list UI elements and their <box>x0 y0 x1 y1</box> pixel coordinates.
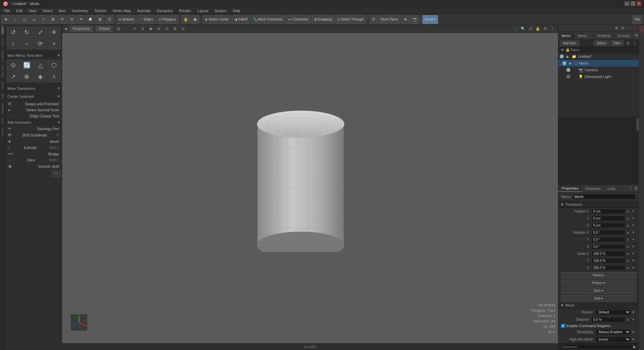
strip-tab-polygon[interactable]: Polygon <box>1 102 4 115</box>
menu-help[interactable]: Help <box>230 8 243 13</box>
item-row-light[interactable]: · 💡 Directional Light <box>558 73 639 80</box>
item-tool-3[interactable]: △ <box>34 60 47 71</box>
menu-system[interactable]: System <box>212 8 229 13</box>
tool-sphere[interactable]: ◉ <box>191 15 200 24</box>
menu-dynamics[interactable]: Dynamics <box>154 8 176 13</box>
item-row-camera[interactable]: · 📷 Camera <box>558 67 639 73</box>
props-command-input[interactable] <box>560 344 632 349</box>
pos-x-arrow-up[interactable]: ▲ <box>625 208 631 214</box>
action-center-button[interactable]: ⊕ Action Center <box>203 15 231 24</box>
rot-x-arrow-up[interactable]: ▲ <box>625 230 631 235</box>
rp-settings[interactable]: ⚙ <box>635 33 639 38</box>
items-scrollbar[interactable] <box>636 118 639 131</box>
strip-tab-fusion[interactable]: Fusion <box>1 126 4 139</box>
edge-crease-tool-item[interactable]: ⟋ Edge Crease Tool <box>5 113 62 119</box>
menu-animate[interactable]: Animate <box>134 8 153 13</box>
item-vis-light[interactable] <box>566 75 570 79</box>
tool-scale[interactable]: ⤢ <box>34 27 47 38</box>
vp-icon-x[interactable]: ✕ <box>131 26 138 32</box>
vp-icon-4[interactable]: ⊠ <box>172 26 178 32</box>
menu-view[interactable]: View <box>26 8 39 13</box>
more-transforms-header[interactable]: More Transforms ▾ <box>5 85 62 91</box>
vp-icon-3[interactable]: ⊡ <box>164 26 170 32</box>
item-vis-camera[interactable] <box>566 68 570 72</box>
rot-z-arrow-dn[interactable]: ▼ <box>631 244 636 249</box>
snapping-button[interactable]: ⊞ Snapping <box>312 15 334 24</box>
tab-items[interactable]: Items <box>558 33 574 39</box>
add-button[interactable]: Add ▾ <box>561 295 636 302</box>
position-z-input[interactable] <box>592 223 625 228</box>
smooth-shift-item[interactable]: ◑ Smooth Shift <box>5 163 62 169</box>
tab-groups[interactable]: Groups <box>614 33 633 39</box>
high-res-expand[interactable]: ▾ <box>631 337 636 342</box>
extrude-item[interactable]: ↑ Extrude Shift X <box>5 145 62 151</box>
accent-tab-1[interactable]: ⬛ <box>639 25 644 33</box>
rot-y-arrow-dn[interactable]: ▼ <box>631 237 636 242</box>
tool-cam[interactable]: 📷 <box>411 15 419 24</box>
item-vis-mesh[interactable] <box>562 61 566 65</box>
vp-nav-lock[interactable]: 🔒 <box>534 26 541 32</box>
menu-geometry[interactable]: Geometry <box>69 8 91 13</box>
menu-item[interactable]: Item <box>56 8 69 13</box>
tool-rotate-left[interactable]: ↺ <box>7 27 20 38</box>
zero-button[interactable]: Zero ▾ <box>561 287 636 294</box>
tool-text[interactable]: A <box>48 38 61 49</box>
props-expand-icon[interactable]: ⟩ <box>628 186 633 191</box>
item-tool-6[interactable]: ⊕ <box>20 71 34 82</box>
freeze-button[interactable]: Freeze ▾ <box>561 280 636 286</box>
menu-render[interactable]: Render <box>176 8 194 13</box>
strip-tab-vertex[interactable]: Vertex <box>1 80 4 91</box>
vp-nav-expand[interactable]: ⟩ <box>549 26 556 32</box>
strip-tab-deform[interactable]: Deform <box>1 36 4 48</box>
vp-icon-5[interactable]: ⊟ <box>180 26 186 32</box>
vertices-button[interactable]: ● Vertices <box>117 15 136 24</box>
item-tool-2[interactable]: 🔄 <box>20 60 34 71</box>
tool-move-h[interactable]: ↔ <box>20 38 34 49</box>
vp-icon-dots[interactable]: ⋮ <box>123 26 130 32</box>
enable-cmd-checkbox[interactable] <box>561 324 565 328</box>
select-through-button[interactable]: ⊙ Select Through <box>335 15 366 24</box>
props-settings-icon[interactable]: ⚙ <box>633 186 639 191</box>
rotation-y-input[interactable] <box>592 237 625 242</box>
props-tab-lists[interactable]: Lists <box>604 186 619 192</box>
rot-x-arrow-dn[interactable]: ▼ <box>631 230 636 235</box>
item-expand-untitled[interactable]: ▶ <box>565 54 570 59</box>
item-tool-8[interactable]: A <box>48 71 61 82</box>
reset-button[interactable]: Reset ▾ <box>561 272 636 278</box>
tool-icon-1[interactable]: ⊕ <box>1 15 10 24</box>
add-item-button[interactable]: Add Item <box>560 40 579 46</box>
tool-icon-8[interactable]: ⊙ <box>67 15 76 24</box>
vertex-normal-tools-item[interactable]: ● Vertex Normal Tools <box>5 107 62 113</box>
props-tab-channels[interactable]: Channels <box>582 186 604 192</box>
falloff-button[interactable]: ◑ Falloff <box>232 15 250 24</box>
tool-icon-9[interactable]: ✦ <box>77 15 85 24</box>
rp-icon-1[interactable]: ⊞ <box>614 26 619 31</box>
props-cmd-send[interactable]: ▶ <box>632 344 637 350</box>
scale-x-input[interactable] <box>592 251 625 256</box>
tool-icon-10[interactable]: ⬟ <box>86 15 95 24</box>
items-settings-icon[interactable]: ⚙ <box>625 41 631 46</box>
pos-z-arrow-dn[interactable]: ▼ <box>631 223 636 228</box>
tool-rotate-right[interactable]: ↻ <box>20 27 34 38</box>
strip-tab-mesh-edit[interactable]: Mesh Edit <box>1 64 4 80</box>
strip-tab-edge[interactable]: Edge <box>1 91 4 102</box>
smoothing-expand[interactable]: ▾ <box>631 329 636 335</box>
rot-z-arrow-up[interactable]: ▲ <box>625 244 631 249</box>
vp-icon-eye[interactable]: 👁 <box>156 26 162 32</box>
vp-nav-fit[interactable]: ⊡ <box>527 26 534 32</box>
sc-y-arrow-up[interactable]: ▲ <box>625 258 631 263</box>
scale-z-input[interactable] <box>592 265 625 270</box>
render-button[interactable]: Render <box>422 15 438 24</box>
topology-pen-item[interactable]: ✏ Topology Pen <box>5 125 62 132</box>
work-plane-button[interactable]: Work Plane <box>379 15 401 24</box>
vp-nav-home[interactable]: ⌂ <box>512 26 519 32</box>
strip-tab-curve[interactable]: Curve <box>1 115 4 126</box>
add-geometry-header[interactable]: Add Geometry ▾ <box>5 119 62 125</box>
bridge-item[interactable]: ⟺ Bridge <box>5 151 62 157</box>
expand-button[interactable]: >> <box>52 171 60 177</box>
render-dropdown[interactable]: Default <box>596 309 631 315</box>
position-x-input[interactable] <box>592 209 625 214</box>
snaps-precision-item[interactable]: ⊞ Snaps and Precision <box>5 101 62 107</box>
item-row-mesh[interactable]: ▶ ⬡ Mesh <box>558 60 639 67</box>
menu-layout[interactable]: Layout <box>195 8 211 13</box>
